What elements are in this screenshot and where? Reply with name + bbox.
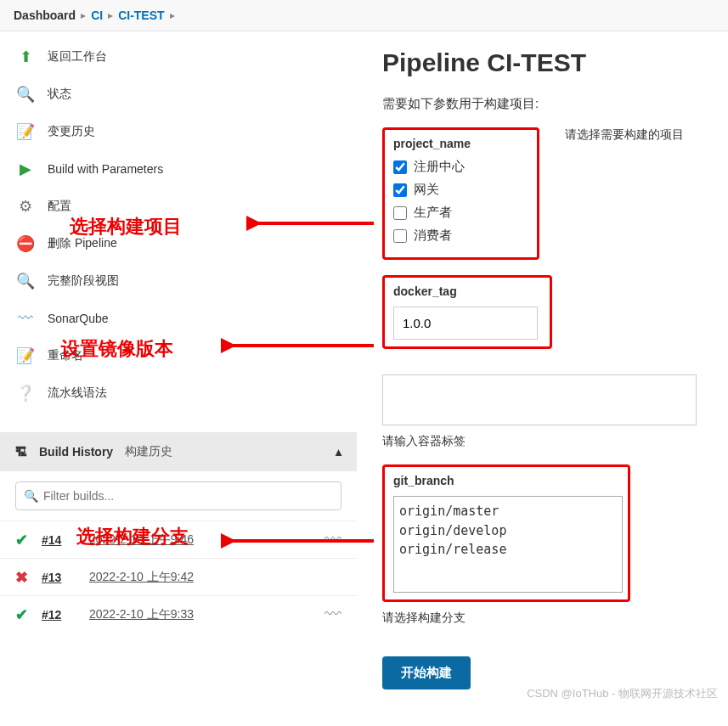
project-option-label: 网关 (414, 182, 439, 198)
build-date-link[interactable]: 2022-2-10 上午9:46 (89, 532, 194, 548)
sidebar-item-label: 状态 (48, 87, 71, 102)
trend-icon: 〰 (324, 530, 341, 549)
search-icon: 🔍 (24, 489, 38, 503)
help-icon: ❔ (15, 383, 36, 403)
chevron-right-icon: ▸ (108, 9, 113, 21)
build-history-sublabel: 构建历史 (125, 444, 172, 459)
chevron-right-icon: ▸ (81, 9, 86, 21)
param-label-docker: docker_tag (393, 284, 541, 298)
sidebar-item-label: 返回工作台 (48, 49, 107, 65)
param-hint-docker: 请输入容器标签 (382, 434, 728, 449)
status-ok-icon: ✔ (15, 531, 28, 549)
main-content: Pipeline CI-TEST 需要如下参数用于构建项目: project_n… (357, 31, 728, 706)
branch-option[interactable]: origin/release (399, 540, 617, 560)
project-checkbox[interactable] (393, 206, 407, 220)
sidebar-item-label: 配置 (48, 199, 71, 214)
edit-icon: 📝 (15, 346, 36, 366)
project-option-label: 消费者 (414, 228, 452, 244)
docker-tag-textarea[interactable] (382, 374, 697, 425)
build-row[interactable]: ✔#142022-2-10 上午9:46〰 (0, 521, 357, 558)
sidebar-item-status[interactable]: 🔍状态 (0, 76, 357, 113)
breadcrumb-ci[interactable]: CI (91, 8, 103, 22)
project-checkbox[interactable] (393, 160, 407, 174)
watermark: CSDN @IoTHub - 物联网开源技术社区 (527, 686, 718, 701)
sidebar-item-build-params[interactable]: ▶Build with Parameters (0, 150, 357, 188)
sidebar-item-sonarqube[interactable]: 〰SonarQube (0, 300, 357, 337)
delete-icon: ⛔ (15, 234, 36, 254)
sidebar: ⬆返回工作台 🔍状态 📝变更历史 ▶Build with Parameters … (0, 31, 357, 706)
sidebar-item-back[interactable]: ⬆返回工作台 (0, 38, 357, 76)
build-number-link[interactable]: #12 (42, 608, 76, 622)
page-subtitle: 需要如下参数用于构建项目: (382, 96, 728, 112)
build-date-link[interactable]: 2022-2-10 上午9:33 (89, 607, 194, 622)
build-history-header[interactable]: 🏗 Build History 构建历史 ▴ (0, 432, 357, 471)
build-number-link[interactable]: #13 (42, 571, 76, 584)
branch-option[interactable]: origin/master (399, 502, 617, 521)
search-icon: 🔍 (15, 84, 36, 104)
trend-icon: 〰 (324, 605, 341, 624)
sidebar-item-changes[interactable]: 📝变更历史 (0, 113, 357, 150)
chevron-right-icon: ▸ (170, 9, 175, 21)
status-fail-icon: ✖ (15, 568, 28, 587)
breadcrumb-dashboard[interactable]: Dashboard (14, 8, 76, 22)
param-hint-branch: 请选择构建分支 (382, 611, 728, 626)
sidebar-item-syntax[interactable]: ❔流水线语法 (0, 374, 357, 412)
sidebar-item-label: SonarQube (48, 312, 109, 325)
play-icon: ▶ (15, 159, 36, 179)
sidebar-item-stageview[interactable]: 🔍完整阶段视图 (0, 262, 357, 300)
sidebar-item-label: 变更历史 (48, 124, 95, 139)
docker-tag-input[interactable] (393, 307, 538, 340)
git-branch-select[interactable]: origin/masterorigin/developorigin/releas… (393, 496, 623, 593)
build-row[interactable]: ✔#122022-2-10 上午9:33〰 (0, 595, 357, 633)
project-checkbox[interactable] (393, 183, 407, 197)
history-icon: 🏗 (15, 445, 27, 459)
project-option[interactable]: 生产者 (393, 205, 528, 221)
breadcrumb: Dashboard ▸ CI ▸ CI-TEST ▸ (0, 0, 728, 31)
project-option-label: 注册中心 (414, 159, 465, 175)
param-label-project: project_name (393, 137, 528, 150)
notepad-icon: 📝 (15, 121, 36, 142)
up-arrow-icon: ⬆ (15, 47, 36, 67)
project-option[interactable]: 注册中心 (393, 159, 528, 175)
param-hint-project: 请选择需要构建的项目 (565, 127, 684, 143)
sidebar-item-label: 完整阶段视图 (48, 273, 119, 289)
sidebar-item-label: 流水线语法 (48, 386, 107, 401)
gear-icon: ⚙ (15, 196, 36, 217)
project-option[interactable]: 网关 (393, 182, 528, 198)
sidebar-item-label: 删除 Pipeline (48, 236, 117, 251)
search-icon: 🔍 (15, 271, 36, 291)
breadcrumb-project[interactable]: CI-TEST (118, 8, 164, 22)
sonar-icon: 〰 (15, 308, 36, 329)
filter-builds-input[interactable] (15, 481, 341, 510)
sidebar-item-delete[interactable]: ⛔删除 Pipeline (0, 225, 357, 262)
sidebar-item-label: 重命名 (48, 348, 83, 363)
project-checkbox[interactable] (393, 229, 407, 243)
sidebar-item-configure[interactable]: ⚙配置 (0, 188, 357, 225)
page-title: Pipeline CI-TEST (382, 48, 728, 77)
build-button[interactable]: 开始构建 (382, 656, 471, 689)
build-date-link[interactable]: 2022-2-10 上午9:42 (89, 570, 194, 585)
build-row[interactable]: ✖#132022-2-10 上午9:42〰 (0, 558, 357, 595)
param-label-branch: git_branch (393, 474, 619, 487)
project-option-label: 生产者 (414, 205, 452, 221)
collapse-icon: ▴ (336, 445, 341, 459)
build-number-link[interactable]: #14 (42, 533, 76, 547)
project-option[interactable]: 消费者 (393, 228, 528, 244)
build-history-label: Build History (39, 445, 113, 459)
sidebar-item-label: Build with Parameters (48, 162, 163, 176)
branch-option[interactable]: origin/develop (399, 521, 617, 541)
sidebar-item-rename[interactable]: 📝重命名 (0, 337, 357, 374)
status-ok-icon: ✔ (15, 605, 28, 624)
